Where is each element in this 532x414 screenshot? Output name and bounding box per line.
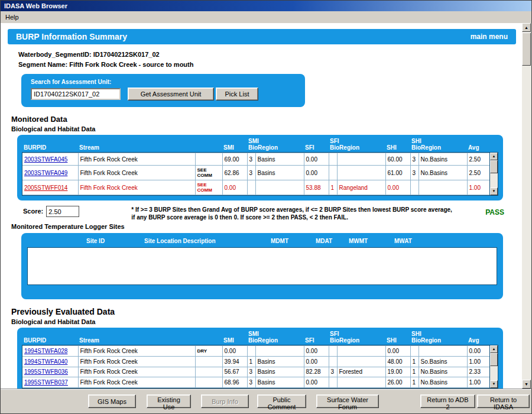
return-to-idasa-button[interactable]: Return to IDASA [477, 394, 530, 408]
avg-cell: 2.50 [467, 153, 489, 166]
previous-table-panel: BURPID Stream SMI SMIBioRegion SFI SFIBi… [17, 328, 503, 389]
shi-cell: 19.00 [385, 367, 410, 377]
previously-evaluated-title: Previously Evaluated Data [11, 307, 522, 316]
public-comment-button[interactable]: Public Comment [257, 394, 306, 408]
table-row: 1995STWFB036 Fifth Fork Rock Creek 56.67… [22, 367, 489, 377]
temperature-header-row: Site ID Site Location Description MDMT M… [27, 238, 497, 247]
avg-cell: 2.50 [467, 166, 489, 180]
burpid-cell: 2003STWFA049 [22, 166, 78, 180]
temperature-panel: Site ID Site Location Description MDMT M… [21, 233, 503, 299]
smi-cell: 56.67 [222, 367, 247, 377]
shi-cell: 26.00 [385, 377, 410, 388]
avg-cell: 1.00 [467, 180, 489, 195]
score-row: Score: * If >= 3 BURP Sites then Grand A… [23, 206, 504, 221]
scroll-up-icon[interactable]: ▲ [490, 153, 498, 160]
assessment-unit-input[interactable] [31, 88, 121, 100]
avg-cell: 0.00 [467, 346, 489, 357]
shi-bioregion-cell [419, 180, 467, 195]
return-to-adb2-button[interactable]: Return to ADB 2 [420, 394, 475, 408]
sfi-bioregion-cell [337, 356, 385, 367]
burpid-link[interactable]: 2003STWFA045 [24, 156, 67, 163]
col-header-shi: SHI [385, 138, 410, 152]
scroll-down-icon[interactable]: ▼ [490, 187, 498, 195]
col-header-stream: Stream [77, 138, 194, 152]
main-menu-link[interactable]: main menu [471, 33, 508, 41]
comment-cell [195, 367, 222, 377]
smi-bioregion-num-cell: 3 [247, 153, 255, 166]
menu-help[interactable]: Help [1, 12, 24, 22]
burpid-link[interactable]: 1994STWFA028 [24, 348, 67, 354]
surface-water-forum-button[interactable]: Surface Water Forum [316, 394, 379, 408]
shi-bioregion-cell: So.Basins [419, 356, 467, 367]
sfi-bioregion-cell [337, 346, 385, 357]
shi-bioregion-num-cell: 1 [410, 367, 419, 377]
smi-cell: 0.00 [222, 346, 247, 357]
window-title: IDASA Web Browser [4, 2, 67, 9]
scroll-down-icon[interactable]: ▼ [490, 380, 498, 388]
scroll-up-icon[interactable]: ▲ [490, 345, 498, 353]
temperature-title: Monitored Temperature Logger Sites [11, 223, 522, 230]
shi-bioregion-num-cell: 1 [410, 377, 419, 388]
sfi-cell: 0.00 [304, 377, 329, 388]
smi-cell: 68.96 [222, 377, 247, 388]
shi-cell: 48.00 [385, 356, 410, 367]
sfi-bioregion-cell [337, 153, 385, 166]
sfi-bioregion-num-cell [329, 346, 337, 357]
burpid-link[interactable]: 2003STWFA049 [24, 170, 67, 176]
burpid-link[interactable]: 2005STWFF014 [24, 185, 67, 191]
scrollbar-thumb[interactable] [490, 160, 498, 173]
comment-cell: DRY [195, 346, 222, 357]
content-area: BURP Information Summary main menu Water… [1, 23, 531, 389]
smi-cell: 0.00 [222, 180, 247, 195]
score-input[interactable] [46, 206, 79, 217]
stream-cell: Fifth Fork Rock Creek [78, 153, 195, 166]
segment-name-label: Segment Name: [18, 61, 67, 68]
smi-bioregion-num-cell [247, 346, 255, 357]
shi-bioregion-num-cell: 3 [410, 166, 419, 180]
col-header-avg: Avg [466, 331, 489, 345]
scrollbar-thumb[interactable] [490, 353, 498, 366]
burpid-cell: 2003STWFA045 [22, 153, 78, 166]
burpid-cell: 1995STWFB036 [22, 367, 78, 377]
burpid-link[interactable]: 1995STWFB036 [24, 368, 68, 375]
scroll-up-icon[interactable]: ▲ [522, 23, 531, 32]
table-row: 1994STWFA028 Fifth Fork Rock Creek DRY 0… [22, 346, 489, 357]
sfi-cell: 0.00 [304, 346, 329, 357]
smi-cell: 69.00 [222, 153, 247, 166]
get-assessment-unit-button[interactable]: Get Assessment Unit [128, 88, 214, 101]
stream-cell: Fifth Fork Rock Creek [78, 166, 195, 180]
avg-cell: 2.33 [467, 367, 489, 377]
shi-bioregion-cell: No.Basins [419, 367, 467, 377]
burpid-link[interactable]: 1995STWFB037 [24, 379, 68, 386]
sfi-bioregion-num-cell: 1 [329, 180, 337, 195]
col-header-mdmt: MDMT [271, 238, 316, 244]
previous-table-scrollbar[interactable]: ▲ ▼ [489, 345, 498, 388]
col-header-site-location: Site Location Description [144, 238, 271, 244]
col-header-site-id: Site ID [86, 238, 144, 244]
shi-cell: 60.00 [385, 153, 410, 166]
monitored-table-scrollbar[interactable]: ▲ ▼ [489, 153, 498, 195]
col-header-burpid: BURPID [22, 331, 77, 345]
col-header-smi-bioregion: SMIBioRegion [246, 331, 303, 345]
scroll-down-icon[interactable]: ▼ [522, 380, 531, 389]
smi-bioregion-cell: Basins [255, 153, 304, 166]
page-title: BURP Information Summary [16, 32, 127, 41]
smi-bioregion-num-cell [247, 180, 255, 195]
burpid-link[interactable]: 1994STWFA040 [24, 358, 67, 365]
shi-bioregion-num-cell [410, 180, 419, 195]
pass-fail-status: PASS [485, 208, 504, 216]
col-header-mwat: MWAT [394, 238, 430, 244]
comment-cell [195, 153, 222, 166]
burp-info-button[interactable]: Burp Info [201, 394, 249, 408]
scrollbar-thumb[interactable] [522, 33, 531, 66]
sfi-bioregion-num-cell [329, 153, 337, 166]
smi-bioregion-num-cell: 3 [247, 367, 255, 377]
col-header-stream: Stream [77, 331, 194, 345]
pick-list-button[interactable]: Pick List [216, 88, 258, 101]
page-scrollbar[interactable]: ▲ ▼ [522, 23, 531, 389]
comment-cell: SEE COMM [195, 166, 222, 180]
shi-cell: 0.00 [385, 346, 410, 357]
existing-use-button[interactable]: Existing Use [147, 394, 191, 408]
gis-maps-button[interactable]: GIS Maps [88, 394, 136, 408]
table-row: 2005STWFF014 Fifth Fork Rock Creek SEE C… [22, 180, 489, 195]
